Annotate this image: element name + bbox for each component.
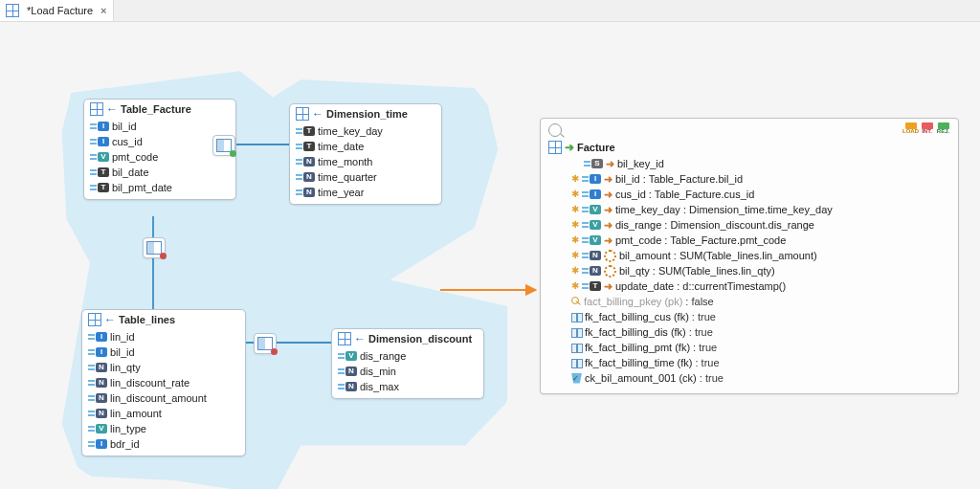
mapping-row[interactable]: ✱T➜update_date : d::currentTimestamp() bbox=[571, 278, 950, 294]
source-entity-dimension-discount[interactable]: ← Dimension_discount Vdis_rangeNdis_minN… bbox=[331, 328, 484, 399]
column-row[interactable]: Nlin_amount bbox=[88, 406, 239, 421]
column-icon: V bbox=[88, 424, 107, 433]
mapping-row[interactable]: ✱I➜bil_id : Table_Facture.bil_id bbox=[571, 171, 950, 187]
column-label: lin_discount_amount bbox=[110, 391, 207, 405]
column-label: time_year bbox=[318, 186, 364, 199]
constraint-value: : true bbox=[696, 356, 720, 369]
column-row[interactable]: Ntime_quarter bbox=[296, 169, 435, 185]
column-row[interactable]: Nlin_discount_amount bbox=[88, 390, 239, 406]
datatype-badge: I bbox=[590, 174, 601, 184]
column-icon: I bbox=[582, 174, 601, 184]
mapping-label: bil_key_id bbox=[617, 157, 664, 170]
target-action-load[interactable]: LOAD bbox=[903, 122, 918, 137]
join-node-facture-lines[interactable] bbox=[143, 237, 166, 258]
entity-title: Table_Facture bbox=[121, 103, 191, 115]
output-arrow-icon: ➜ bbox=[604, 203, 612, 216]
column-label: dis_range bbox=[360, 349, 406, 363]
column-row[interactable]: Nlin_discount_rate bbox=[88, 375, 239, 390]
column-icon: N bbox=[88, 393, 107, 403]
target-action-rej[interactable]: REJ. bbox=[936, 122, 950, 137]
column-icon: V bbox=[582, 205, 601, 214]
column-row[interactable]: Vdis_range bbox=[338, 348, 478, 364]
column-label: lin_qty bbox=[110, 361, 141, 374]
column-row[interactable]: Ilin_id bbox=[88, 329, 239, 345]
mapping-row[interactable]: ✱V➜pmt_code : Table_Facture.pmt_code bbox=[571, 233, 950, 248]
mapping-row[interactable]: S➜bil_key_id bbox=[571, 156, 950, 171]
join-node-lines-discount[interactable] bbox=[254, 333, 277, 354]
datatype-badge: I bbox=[96, 332, 107, 342]
column-row[interactable]: Vlin_type bbox=[88, 421, 239, 436]
search-icon[interactable] bbox=[548, 123, 562, 137]
primary-key-icon bbox=[571, 297, 581, 306]
column-row[interactable]: Ndis_max bbox=[338, 379, 478, 394]
table-icon bbox=[6, 4, 19, 17]
foreign-key-icon bbox=[571, 312, 582, 322]
column-row[interactable]: Ibil_id bbox=[88, 345, 239, 360]
column-label: time_key_day bbox=[318, 124, 383, 138]
column-icon: T bbox=[582, 281, 601, 291]
constraint-row-fk[interactable]: fk_fact_billing_pmt (fk) : true bbox=[571, 340, 950, 355]
column-row[interactable]: Ntime_year bbox=[296, 185, 435, 200]
mapping-row[interactable]: ✱Nbil_qty : SUM(Table_lines.lin_qty) bbox=[571, 263, 950, 278]
column-row[interactable]: Nlin_qty bbox=[88, 360, 239, 375]
constraint-value: : false bbox=[685, 295, 713, 308]
target-entity-facture[interactable]: LOADINT.REJ. ➜ Facture S➜bil_key_id✱I➜bi… bbox=[540, 118, 959, 394]
column-row[interactable]: Icus_id bbox=[90, 134, 230, 149]
column-label: dis_max bbox=[360, 380, 399, 393]
column-icon: I bbox=[582, 189, 601, 199]
column-row[interactable]: Tbil_date bbox=[90, 165, 230, 180]
source-entity-dimension-time[interactable]: ← Dimension_time Ttime_key_dayTtime_date… bbox=[289, 103, 442, 205]
datatype-badge: V bbox=[590, 220, 601, 230]
constraint-row-fk[interactable]: fk_fact_billing_time (fk) : true bbox=[571, 355, 950, 370]
constraint-row-pk[interactable]: fact_billing_pkey (pk) : false bbox=[571, 294, 950, 309]
mapping-label: cus_id : Table_Facture.cus_id bbox=[615, 188, 754, 201]
column-row[interactable]: Ttime_date bbox=[296, 139, 435, 154]
datatype-badge: N bbox=[96, 409, 107, 418]
constraint-value: : true bbox=[700, 371, 724, 385]
transformation-gear-icon bbox=[604, 265, 616, 278]
datatype-badge: N bbox=[96, 393, 107, 403]
mapping-canvas[interactable]: ← Table_Facture Ibil_idIcus_idVpmt_codeT… bbox=[0, 22, 980, 489]
constraint-label: fk_fact_billing_dis (fk) bbox=[585, 325, 686, 339]
column-row[interactable]: Tbil_pmt_date bbox=[90, 180, 230, 195]
constraint-label: fk_fact_billing_time (fk) bbox=[585, 356, 693, 369]
column-icon: N bbox=[582, 266, 601, 276]
constraint-row-ck[interactable]: ck_bil_amount_001 (ck) : true bbox=[571, 370, 950, 386]
join-node-facture-time[interactable] bbox=[212, 135, 235, 156]
mapping-row[interactable]: ✱Nbil_amount : SUM(Table_lines.lin_amoun… bbox=[571, 248, 950, 263]
editor-tab[interactable]: *Load Facture × bbox=[0, 0, 114, 21]
column-icon: I bbox=[88, 439, 107, 449]
datatype-badge: V bbox=[98, 152, 109, 162]
mapping-row[interactable]: ✱V➜time_key_day : Dimension_time.time_ke… bbox=[571, 202, 950, 217]
constraint-row-fk[interactable]: fk_fact_billing_dis (fk) : true bbox=[571, 324, 950, 340]
column-row[interactable]: Ibil_id bbox=[90, 119, 230, 134]
column-icon: I bbox=[88, 332, 107, 342]
output-arrow-icon: ➜ bbox=[604, 233, 612, 247]
datatype-badge: N bbox=[345, 382, 357, 391]
column-label: bil_pmt_date bbox=[112, 181, 172, 194]
column-row[interactable]: Vpmt_code bbox=[90, 149, 230, 165]
target-action-int[interactable]: INT. bbox=[920, 122, 934, 137]
mapping-label: dis_range : Dimension_discount.dis_range bbox=[615, 218, 814, 232]
column-label: lin_amount bbox=[110, 407, 162, 420]
star-marker-icon: ✱ bbox=[571, 251, 579, 260]
column-icon: I bbox=[90, 122, 109, 131]
column-label: bil_date bbox=[112, 166, 149, 179]
transformation-gear-icon bbox=[604, 250, 616, 262]
mapping-row[interactable]: ✱V➜dis_range : Dimension_discount.dis_ra… bbox=[571, 217, 950, 233]
column-icon: N bbox=[88, 378, 107, 388]
column-row[interactable]: Ttime_key_day bbox=[296, 123, 435, 139]
column-label: bdr_id bbox=[110, 437, 140, 451]
constraint-row-fk[interactable]: fk_fact_billing_cus (fk) : true bbox=[571, 309, 950, 324]
column-row[interactable]: Ibdr_id bbox=[88, 436, 239, 452]
datatype-badge: V bbox=[96, 424, 107, 433]
column-row[interactable]: Ntime_month bbox=[296, 154, 435, 169]
close-icon[interactable]: × bbox=[100, 5, 106, 16]
datatype-badge: N bbox=[303, 157, 315, 167]
entity-title: Dimension_time bbox=[326, 108, 408, 120]
column-icon: V bbox=[582, 235, 601, 245]
column-row[interactable]: Ndis_min bbox=[338, 364, 478, 379]
source-entity-table-lines[interactable]: ← Table_lines Ilin_idIbil_idNlin_qtyNlin… bbox=[81, 309, 246, 456]
mapping-row[interactable]: ✱I➜cus_id : Table_Facture.cus_id bbox=[571, 187, 950, 202]
mapping-label: bil_amount : SUM(Table_lines.lin_amount) bbox=[619, 249, 817, 262]
